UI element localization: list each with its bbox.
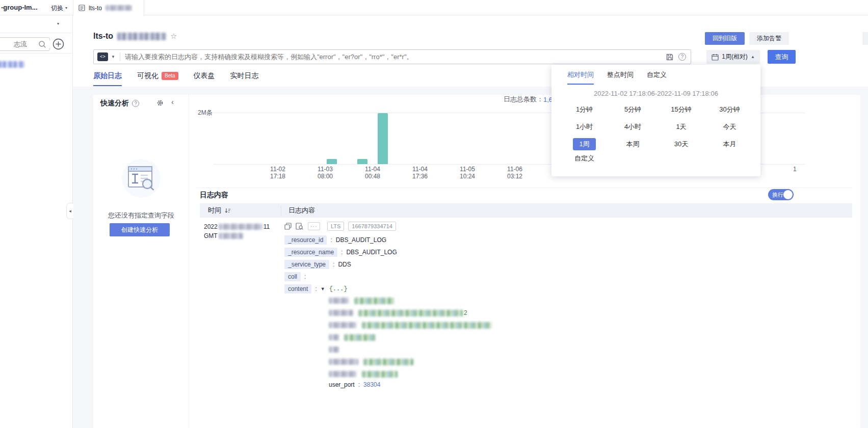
tag-lts[interactable]: LTS [327,222,344,231]
add-alarm-button[interactable]: 添加告警 [749,32,789,45]
quick-analysis-help-icon[interactable]: ? [132,100,139,107]
query-button[interactable]: 查询 [768,50,796,64]
field-key[interactable]: _resource_name [284,248,337,257]
redacted-key [329,359,358,365]
more-actions-icon[interactable]: ··· [308,222,320,230]
field-row-content: content : ▼ {...} [284,284,348,294]
time-option-custom[interactable]: 自定义 [574,154,594,163]
group-select-caret-icon[interactable]: ▾ [57,22,59,26]
redacted-key [329,334,339,340]
time-option-1天[interactable]: 1天 [676,122,686,131]
time-option-1周[interactable]: 1周 [573,138,595,150]
time-option-30天[interactable]: 30天 [674,140,688,149]
search-icon[interactable] [38,40,46,48]
redacted-value [358,310,463,316]
log-search-bar: <> ▼ ? [93,49,691,64]
wrap-toggle-label: 换行 [772,191,783,199]
dropdown-tab-相对时间[interactable]: 相对时间 [567,70,594,85]
x-axis-tick-label: 11-0308:00 [305,166,346,180]
field-key[interactable]: _resource_id [284,235,327,245]
histogram-bar [327,159,337,164]
time-option-1小时[interactable]: 1小时 [576,122,593,131]
view-context-icon[interactable] [296,223,304,230]
field-value: DDS [338,261,351,268]
json-value-link[interactable]: 38304 [363,381,380,388]
field-value: DBS_AUDIT_LOG [336,236,386,244]
colon: : [341,249,343,256]
redacted-value [362,371,398,378]
panel-collapse-icon[interactable]: ‹ [171,97,174,106]
log-search-input[interactable] [125,53,666,61]
tab-label: 原始日志 [93,71,122,81]
create-stream-icon[interactable] [52,38,64,50]
time-option-4小时[interactable]: 4小时 [624,122,641,131]
wrap-toggle[interactable]: 换行 [768,189,794,200]
clipped-right-button[interactable] [862,32,868,45]
stream-search-box[interactable] [0,37,50,51]
chevron-down-icon: ▾ [65,6,67,10]
caret-up-icon: ▲ [751,55,755,59]
redacted-value [362,322,492,329]
create-quick-analysis-button[interactable]: 创建快速分析 [110,223,170,236]
document-icon [78,5,85,11]
quick-analysis-panel: 快速分析 ? ‹ 您还没有指定查询字段 创建快速分析 [93,95,189,428]
dropdown-tab-自定义[interactable]: 自定义 [647,70,667,85]
lts-log-search-screen: -group-lm... 切换 ▾ lts-to ▾ ◂ lt [0,0,868,428]
tab-实时日志[interactable]: 实时日志 [230,71,259,86]
redacted-json-line [329,369,398,379]
time-option-今天[interactable]: 今天 [723,122,737,131]
stream-tab[interactable]: lts-to [73,0,144,16]
empty-state-illustration [122,159,161,198]
time-option-30分钟[interactable]: 30分钟 [719,105,740,114]
stream-sidebar: ▾ [0,15,73,428]
time-option-本月[interactable]: 本月 [723,140,737,149]
beta-badge: Beta [162,72,178,80]
redacted-value [363,359,413,365]
sort-icon[interactable] [224,207,231,214]
redacted-key [329,310,353,316]
gear-icon[interactable] [156,99,164,106]
log-content-section-title: 日志内容 [200,191,228,200]
quick-analysis-title: 快速分析 [100,99,129,108]
tab-label: 可视化 [137,71,159,81]
time-suffix: 11 [264,223,270,230]
search-mode-caret-icon[interactable]: ▼ [111,55,115,59]
back-to-old-button[interactable]: 回到旧版 [705,32,745,45]
copy-icon[interactable] [284,223,292,230]
search-mode-code-icon[interactable]: <> [97,52,108,61]
empty-state-text: 您还没有指定查询字段 [93,211,189,220]
time-option-15分钟[interactable]: 15分钟 [671,105,691,114]
redacted-key [329,322,357,328]
divider [196,188,852,188]
tab-原始日志[interactable]: 原始日志 [93,71,122,86]
dropdown-tab-整点时间[interactable]: 整点时间 [607,70,634,85]
page-title: lts-to [93,32,113,41]
column-divider [281,205,281,216]
time-prefix: 2022 [204,223,218,230]
tab-可视化[interactable]: 可视化Beta [137,71,178,86]
save-search-icon[interactable] [666,54,673,61]
time-range-selector[interactable]: 1周(相对) ▲ [706,50,760,64]
tag-timestamp[interactable]: 1667879334714 [348,222,396,231]
time-option-1分钟[interactable]: 1分钟 [576,105,593,114]
time-option-5分钟[interactable]: 5分钟 [624,105,641,114]
colon: : [333,261,334,268]
expand-caret-icon[interactable]: ▼ [321,286,325,291]
stream-tab-label: lts-to [89,5,102,12]
redacted-stream-item[interactable] [0,61,24,68]
sidebar-collapse-handle[interactable]: ◂ [66,203,73,219]
field-key[interactable]: coll [284,272,301,281]
favorite-star-icon[interactable]: ☆ [170,32,177,41]
switch-group-button[interactable]: 切换 [51,4,63,13]
time-range-dropdown: 相对时间整点时间自定义 2022-11-02 17:18:06-2022-11-… [551,65,760,176]
tab-仪表盘[interactable]: 仪表盘 [194,71,215,86]
search-help-icon[interactable]: ? [678,53,686,61]
redacted-key [329,298,349,304]
time-option-本周[interactable]: 本周 [626,140,640,149]
redacted-tab-name [106,5,132,11]
field-key[interactable]: _service_type [284,260,329,269]
divider [120,52,120,61]
field-key[interactable]: content [284,284,311,293]
field-row-user-port: user_port : 38304 [329,381,380,388]
redacted-json-line [329,345,339,354]
